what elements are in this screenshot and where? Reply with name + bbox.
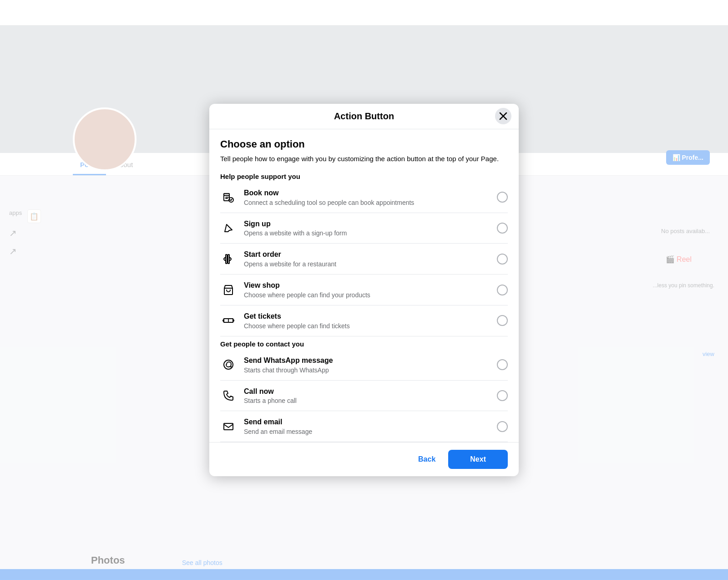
option-send-email[interactable]: Send email Send an email message — [220, 411, 508, 442]
book-now-icon — [220, 189, 237, 205]
get-tickets-text: Get tickets Choose where people can find… — [244, 312, 490, 330]
option-sign-up[interactable]: Sign up Opens a website with a sign-up f… — [220, 213, 508, 244]
whatsapp-radio[interactable] — [497, 359, 508, 370]
option-whatsapp[interactable]: Send WhatsApp message Starts chat throug… — [220, 350, 508, 381]
call-now-text: Call now Starts a phone call — [244, 387, 490, 405]
view-shop-desc: Choose where people can find your produc… — [244, 291, 490, 299]
svg-rect-5 — [228, 254, 229, 264]
send-email-desc: Send an email message — [244, 428, 490, 435]
get-tickets-desc: Choose where people can find tickets — [244, 322, 490, 330]
call-now-name: Call now — [244, 387, 490, 397]
option-start-order[interactable]: Start order Opens a website for a restau… — [220, 244, 508, 275]
contact-options-list: Send WhatsApp message Starts chat throug… — [220, 350, 508, 442]
option-get-tickets[interactable]: Get tickets Choose where people can find… — [220, 305, 508, 336]
send-email-name: Send email — [244, 417, 490, 427]
option-call-now[interactable]: Call now Starts a phone call — [220, 381, 508, 412]
get-tickets-name: Get tickets — [244, 312, 490, 321]
modal-backdrop: Action Button Choose an option Tell peop… — [0, 0, 728, 580]
back-button[interactable]: Back — [411, 451, 443, 468]
start-order-text: Start order Opens a website for a restau… — [244, 250, 490, 268]
action-button-modal: Action Button Choose an option Tell peop… — [209, 104, 519, 476]
whatsapp-icon — [220, 356, 237, 373]
sign-up-text: Sign up Opens a website with a sign-up f… — [244, 219, 490, 237]
call-now-desc: Starts a phone call — [244, 397, 490, 404]
view-shop-name: View shop — [244, 281, 490, 290]
sign-up-radio[interactable] — [497, 223, 508, 234]
view-shop-radio[interactable] — [497, 285, 508, 295]
svg-point-8 — [224, 360, 233, 369]
sign-up-desc: Opens a website with a sign-up form — [244, 229, 490, 237]
send-email-radio[interactable] — [497, 421, 508, 432]
option-view-shop[interactable]: View shop Choose where people can find y… — [220, 275, 508, 305]
sign-up-name: Sign up — [244, 219, 490, 229]
modal-body: Choose an option Tell people how to enga… — [209, 129, 519, 442]
call-now-icon — [220, 387, 237, 404]
start-order-name: Start order — [244, 250, 490, 259]
start-order-radio[interactable] — [497, 254, 508, 265]
svg-rect-9 — [224, 423, 233, 430]
support-options-list: Book now Connect a scheduling tool so pe… — [220, 182, 508, 336]
option-book-now[interactable]: Book now Connect a scheduling tool so pe… — [220, 182, 508, 213]
send-email-icon — [220, 418, 237, 435]
choose-option-title: Choose an option — [220, 138, 508, 150]
book-now-name: Book now — [244, 188, 490, 198]
book-now-desc: Connect a scheduling tool so people can … — [244, 199, 490, 206]
start-order-desc: Opens a website for a restaurant — [244, 260, 490, 268]
call-now-radio[interactable] — [497, 390, 508, 401]
modal-close-button[interactable] — [495, 108, 511, 124]
modal-footer: Back Next — [209, 442, 519, 476]
whatsapp-name: Send WhatsApp message — [244, 356, 490, 366]
section2-label: Get people to contact you — [220, 340, 508, 348]
whatsapp-desc: Starts chat through WhatsApp — [244, 366, 490, 374]
view-shop-text: View shop Choose where people can find y… — [244, 281, 490, 299]
book-now-text: Book now Connect a scheduling tool so pe… — [244, 188, 490, 206]
section1-label: Help people support you — [220, 173, 508, 180]
get-tickets-icon — [220, 312, 237, 329]
svg-rect-4 — [226, 254, 227, 264]
whatsapp-text: Send WhatsApp message Starts chat throug… — [244, 356, 490, 374]
next-button[interactable]: Next — [448, 450, 508, 469]
get-tickets-radio[interactable] — [497, 315, 508, 326]
book-now-radio[interactable] — [497, 192, 508, 203]
choose-option-desc: Tell people how to engage with you by cu… — [220, 154, 508, 163]
modal-header: Action Button — [209, 104, 519, 129]
start-order-icon — [220, 251, 237, 267]
sign-up-icon — [220, 220, 237, 236]
close-icon — [499, 112, 507, 120]
modal-title: Action Button — [334, 111, 394, 122]
view-shop-icon — [220, 282, 237, 298]
send-email-text: Send email Send an email message — [244, 417, 490, 435]
